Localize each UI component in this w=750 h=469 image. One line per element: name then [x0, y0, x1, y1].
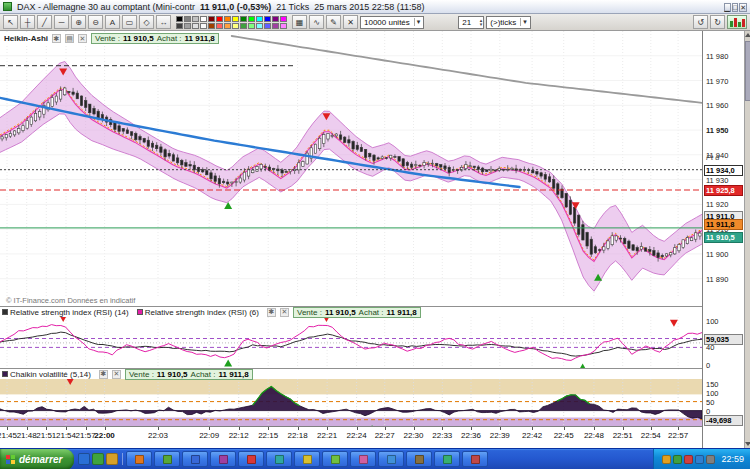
color-swatch[interactable] — [248, 23, 255, 29]
settings-icon[interactable]: ✱ — [99, 370, 108, 379]
tray-antivirus-icon[interactable] — [673, 455, 682, 464]
chaikin-chart-canvas[interactable] — [0, 379, 702, 426]
taskbar-button[interactable] — [350, 451, 376, 467]
sell-signal-arrow — [322, 317, 330, 322]
taskbar-button[interactable] — [434, 451, 460, 467]
maximize-button[interactable]: □ — [732, 3, 738, 12]
taskbar-button[interactable] — [238, 451, 264, 467]
taskbar-button[interactable] — [210, 451, 236, 467]
color-swatch[interactable] — [224, 16, 231, 22]
window-title-resolution: 21 Ticks — [276, 2, 309, 12]
close-indicator-icon[interactable]: ✕ — [112, 370, 121, 379]
minimize-button[interactable]: ▁ — [724, 3, 731, 12]
color-swatch[interactable] — [264, 16, 271, 22]
color-swatch[interactable] — [200, 23, 207, 29]
quicklaunch-desktop-icon[interactable] — [92, 453, 104, 465]
color-swatch[interactable] — [184, 23, 191, 29]
vertical-scrollbar[interactable] — [744, 31, 750, 448]
close-indicator-icon[interactable]: ✕ — [78, 34, 87, 43]
timeframe-dropdown[interactable]: (>)ticks ▾ — [486, 16, 531, 29]
color-swatch[interactable] — [176, 23, 183, 29]
color-swatch[interactable] — [208, 23, 215, 29]
taskbar-button[interactable] — [378, 451, 404, 467]
color-swatch[interactable] — [192, 23, 199, 29]
price-tag: 11 910,5 — [704, 232, 743, 243]
color-swatch[interactable] — [184, 16, 191, 22]
taskbar-button[interactable] — [266, 451, 292, 467]
crosshair-icon[interactable]: ┼ — [20, 15, 35, 29]
spinner-down-icon[interactable]: ▾ — [480, 22, 483, 26]
taskbar-button[interactable] — [462, 451, 488, 467]
ticks-count-spinner[interactable]: ▴ ▾ — [480, 18, 483, 26]
color-swatch[interactable] — [240, 16, 247, 22]
taskbar-button[interactable] — [294, 451, 320, 467]
text-tool-icon[interactable]: A — [105, 15, 120, 29]
color-swatch[interactable] — [280, 23, 287, 29]
color-swatch[interactable] — [232, 16, 239, 22]
trendline-icon[interactable]: ╱ — [37, 15, 52, 29]
delete-icon[interactable]: ✕ — [343, 15, 358, 29]
quicklaunch-browser-icon[interactable] — [78, 453, 90, 465]
fibonacci-icon[interactable]: ◇ — [139, 15, 154, 29]
grid-icon[interactable]: ▦ — [292, 15, 307, 29]
taskbar-button[interactable] — [406, 451, 432, 467]
color-swatch[interactable] — [256, 23, 263, 29]
copyright-notice: © IT-Finance.com Données en indicatif — [4, 296, 137, 305]
color-swatch[interactable] — [280, 16, 287, 22]
taskbar-button[interactable] — [322, 451, 348, 467]
cursor-icon[interactable]: ↖ — [3, 15, 18, 29]
zoom-in-icon[interactable]: ⊕ — [71, 15, 86, 29]
rsi-chart-canvas[interactable] — [0, 317, 702, 368]
main-pane-header: Heikin-Ashi ✱▤✕ Vente : 11 910,5 Achat :… — [2, 33, 221, 44]
color-swatch[interactable] — [248, 16, 255, 22]
time-axis[interactable]: 21:4521:4821:5121:5421:5722:0022:0322:09… — [0, 426, 702, 448]
color-swatch[interactable] — [232, 23, 239, 29]
color-swatch[interactable] — [272, 16, 279, 22]
taskbar-button[interactable] — [126, 451, 152, 467]
color-swatch[interactable] — [192, 16, 199, 22]
zoom-out-icon[interactable]: ⊖ — [88, 15, 103, 29]
taskbar-button[interactable] — [182, 451, 208, 467]
price-axis[interactable]: 11 98011 97011 96011 95011 94011 93011 9… — [702, 31, 744, 448]
tray-update-icon[interactable] — [662, 455, 671, 464]
settings-icon[interactable]: ✱ — [52, 34, 61, 43]
tray-alert-icon[interactable] — [684, 455, 693, 464]
units-dropdown[interactable]: 10000 unités ▾ — [360, 16, 424, 29]
color-swatch[interactable] — [216, 23, 223, 29]
tray-volume-icon[interactable] — [706, 455, 715, 464]
curve-icon[interactable]: ∿ — [309, 15, 324, 29]
color-swatch[interactable] — [216, 16, 223, 22]
chart-style-icon[interactable] — [727, 15, 747, 29]
tray-network-icon[interactable] — [695, 455, 704, 464]
color-swatch[interactable] — [256, 16, 263, 22]
close-button[interactable]: ✕ — [739, 3, 747, 12]
draw-icon[interactable]: ✎ — [326, 15, 341, 29]
taskbar-button[interactable] — [154, 451, 180, 467]
main-chart-canvas[interactable] — [0, 31, 702, 296]
start-button[interactable]: démarrer — [0, 449, 74, 469]
redo-icon[interactable]: ↻ — [710, 15, 725, 29]
quicklaunch-mail-icon[interactable] — [106, 453, 118, 465]
scrollbar-thumb[interactable] — [745, 41, 750, 101]
list-icon[interactable]: ▤ — [65, 34, 74, 43]
achat-label: Achat : — [157, 34, 182, 43]
time-axis-tick — [678, 427, 679, 430]
undo-icon[interactable]: ↺ — [693, 15, 708, 29]
rectangle-tool-icon[interactable]: ▭ — [122, 15, 137, 29]
measure-icon[interactable]: ↔ — [156, 15, 171, 29]
color-swatch[interactable] — [272, 23, 279, 29]
color-swatch[interactable] — [200, 16, 207, 22]
taskbar-button-icon — [191, 455, 200, 464]
color-swatch[interactable] — [208, 16, 215, 22]
color-swatch[interactable] — [240, 23, 247, 29]
quick-launch-bar — [74, 453, 123, 465]
color-swatch[interactable] — [224, 23, 231, 29]
color-swatch[interactable] — [176, 16, 183, 22]
horizontal-line-icon[interactable]: ─ — [54, 15, 69, 29]
settings-icon[interactable]: ✱ — [267, 308, 276, 317]
scroll-down-icon[interactable] — [745, 442, 750, 446]
scroll-up-icon[interactable] — [745, 33, 750, 37]
close-indicator-icon[interactable]: ✕ — [280, 308, 289, 317]
ticks-count-input[interactable]: 21 ▴ ▾ — [458, 16, 484, 29]
color-swatch[interactable] — [264, 23, 271, 29]
